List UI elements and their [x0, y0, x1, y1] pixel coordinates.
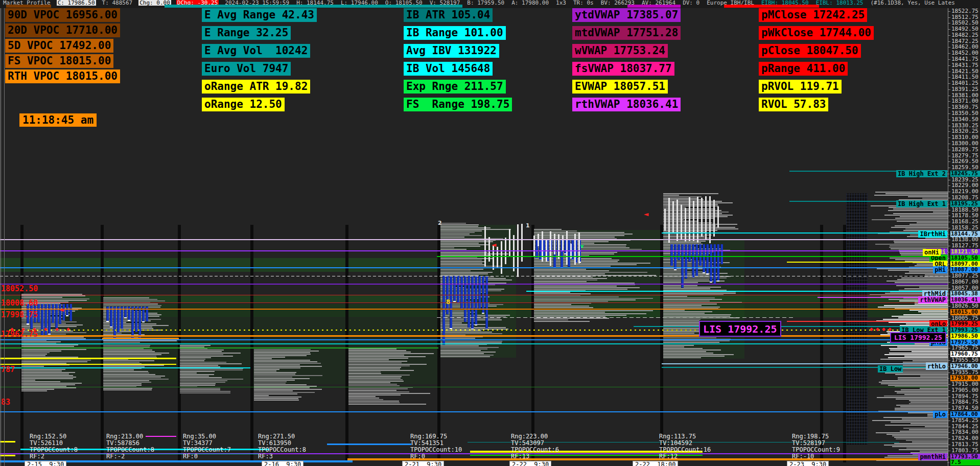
volume-bar-cap [110, 327, 112, 328]
profile-bar [440, 353, 484, 354]
profile-bar [889, 353, 948, 354]
profile-bar [889, 247, 948, 248]
chart-marker: ◄ [644, 211, 648, 218]
profile-bar [897, 279, 948, 280]
axis-label: pLo [933, 411, 947, 418]
profile-bar [663, 337, 716, 338]
price-bar [709, 196, 711, 243]
chart-horizontal-line [662, 367, 948, 368]
price-bar [566, 231, 568, 265]
price-bar [558, 235, 559, 260]
stat-box: oRange ATR 19.82 [202, 80, 310, 94]
profile-bar [895, 391, 948, 392]
chart-horizontal-line [787, 262, 948, 263]
volume-bar [720, 244, 723, 264]
profile-bar [884, 354, 948, 355]
price-tick [948, 101, 950, 102]
profile-bar [885, 372, 948, 374]
profile-bar [103, 353, 169, 354]
price-tick [947, 270, 949, 270]
profile-bar [21, 366, 44, 367]
profile-bar [21, 370, 62, 371]
profile-bar [885, 193, 948, 194]
profile-bar [885, 425, 948, 426]
chart-horizontal-line [146, 436, 176, 437]
profile-bar [534, 312, 605, 313]
price-scale[interactable]: 18533.0018522.7518512.7518502.5018492.50… [948, 0, 980, 466]
price-tick [947, 252, 949, 252]
profile-bar [877, 397, 948, 398]
price-tick [948, 228, 950, 228]
profile-bar [440, 234, 470, 235]
profile-bar [254, 363, 321, 364]
profile-bar [103, 372, 149, 374]
tpo-volume-profile [254, 347, 326, 401]
profile-bar [254, 381, 287, 382]
stat-box: E Avg Range 42.43 [202, 8, 317, 22]
price-tick [948, 23, 950, 24]
price-tick [948, 89, 950, 90]
profile-bar [534, 269, 586, 270]
profile-bar [254, 389, 322, 390]
volume-bar [670, 244, 673, 266]
stat-box: EVWAP 18057.51 [572, 80, 668, 94]
profile-bar [534, 321, 590, 322]
volume-bar-cap [482, 313, 484, 314]
profile-bar [440, 224, 479, 225]
profile-bar [896, 285, 948, 286]
volume-bar [678, 244, 680, 260]
profile-bar [348, 355, 404, 356]
profile-bar [21, 344, 78, 345]
profile-bar [440, 232, 475, 233]
chart-horizontal-line [0, 335, 948, 337]
profile-bar [103, 371, 148, 372]
profile-bar [254, 384, 307, 385]
profile-bar [103, 383, 142, 384]
profile-bar [901, 277, 948, 278]
stat-box: RVOL 57.83 [759, 98, 828, 111]
profile-bar [440, 356, 490, 357]
profile-bar [348, 361, 407, 362]
profile-bar [663, 357, 701, 358]
profile-bar [534, 289, 627, 290]
title-bar: Market ProfileC: 17986.50T: 488567Chg: 0… [0, 0, 980, 8]
title-segment: T: 488567 [101, 0, 134, 6]
profile-bar [440, 235, 482, 236]
price-tick [948, 432, 950, 433]
profile-bar [254, 349, 311, 350]
volume-bar-cluster [442, 276, 489, 348]
profile-bar [103, 351, 155, 352]
profile-bar [894, 242, 948, 243]
axis-label: onHi [923, 249, 941, 256]
chart-marker: v [580, 243, 584, 249]
profile-bar [663, 340, 730, 341]
stat-box: 20D VPOC 17710.00 [5, 24, 120, 37]
profile-bar [894, 443, 948, 444]
profile-bar [254, 387, 310, 388]
profile-bar [906, 440, 948, 441]
chart-left-edge [1, 0, 1, 466]
profile-bar [254, 358, 272, 359]
profile-bar [103, 297, 149, 298]
profile-bar [886, 434, 948, 435]
price-bar [493, 246, 494, 270]
profile-bar [254, 366, 322, 367]
profile-bar [348, 373, 381, 374]
profile-bar [440, 223, 466, 224]
profile-bar [180, 379, 243, 380]
volume-bar [131, 307, 134, 339]
price-tick [948, 131, 950, 132]
profile-bar [921, 313, 948, 314]
profile-bar [348, 353, 434, 354]
profile-bar [348, 391, 409, 392]
profile-bar [920, 388, 948, 389]
profile-bar [925, 274, 948, 275]
volume-bar-cap [66, 315, 68, 316]
profile-bar [254, 360, 310, 361]
profile-bar [909, 403, 948, 404]
profile-bar [254, 355, 307, 356]
chart-horizontal-line [0, 267, 948, 268]
profile-bar [534, 279, 597, 281]
price-tick [948, 35, 950, 36]
chart-horizontal-line [787, 321, 948, 322]
